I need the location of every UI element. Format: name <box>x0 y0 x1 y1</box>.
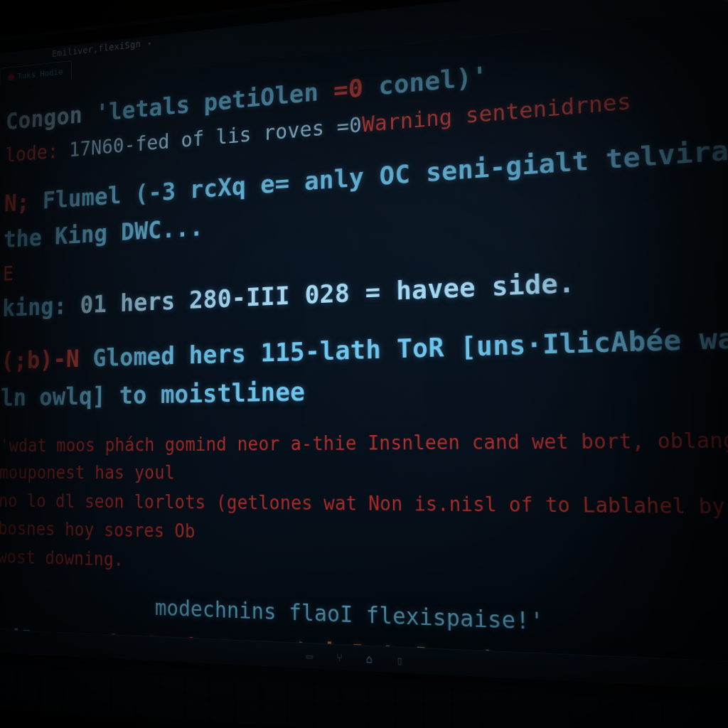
code-span: (;b) <box>1 346 53 374</box>
fork-icon[interactable]: ⑂ <box>333 651 346 665</box>
chevron-down-icon[interactable]: ▾ <box>147 39 151 48</box>
home-icon[interactable]: ⌂ <box>363 652 375 666</box>
code-span: Glomed hers 115-lath ToR <box>92 332 460 372</box>
code-span: Congon <box>6 100 96 134</box>
tab-label: Tuks Hodie <box>17 67 63 81</box>
terminal-output[interactable]: Congon 'letals petiOlen =0 conel)'lode: … <box>0 5 728 693</box>
status-dot-grey-icon <box>724 0 728 3</box>
code-span: conel)' <box>363 61 488 102</box>
window-icon[interactable]: ▭ <box>304 649 316 663</box>
code-span: =0 <box>333 73 363 105</box>
code-span: 'wdat moos phách gomind neor a-thie Insn… <box>0 428 728 483</box>
code-span: king: <box>2 292 67 322</box>
status-dots <box>724 0 728 3</box>
code-span: -N <box>53 344 92 373</box>
code-span: lode: <box>5 139 58 166</box>
code-span: E <box>3 262 14 285</box>
terminal-line: 'wdat moos phách gomind neor a-thie Insn… <box>0 424 728 489</box>
code-span: no lo dl seon lorlots (getlones wat Non … <box>0 491 728 542</box>
code-span: wost downing. <box>0 547 124 570</box>
tab-badge-icon <box>9 73 14 80</box>
code-span: N; <box>4 188 43 217</box>
page-icon[interactable]: ▯ <box>393 653 407 667</box>
screen: Emilíver,flexiSgn ▾ Tuks Hodie — □ ✕ <box>0 0 728 693</box>
